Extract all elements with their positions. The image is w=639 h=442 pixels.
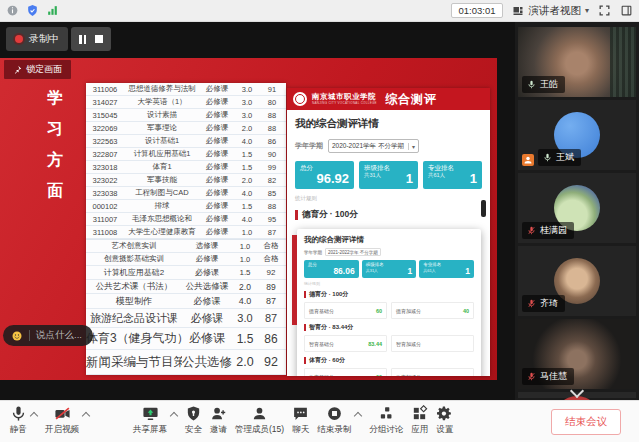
inner-stats-rules-link[interactable]: 统计规则: [304, 281, 474, 286]
toolbar-item-mic[interactable]: 静音: [10, 405, 37, 436]
participant-tile[interactable]: 齐琦: [518, 246, 636, 316]
eval-cell-label: 智育基础分: [309, 341, 334, 347]
pause-recording-icon[interactable]: [79, 35, 86, 44]
grade-row: 旅游纪念品设计课必修课3.087: [86, 309, 286, 328]
view-mode-selector[interactable]: 演讲者视图 ▾: [512, 4, 589, 18]
grade-cell: 大学生心理健康教育: [124, 227, 200, 237]
toolbar-item-shield[interactable]: 安全: [185, 405, 202, 436]
toolbar-item-members[interactable]: 管理成员(15): [235, 405, 284, 436]
settings-icon: [436, 405, 453, 422]
fullscreen-icon[interactable]: [598, 4, 611, 17]
scrollbar-thumb[interactable]: [481, 200, 486, 217]
participant-tile[interactable]: 马佳慧: [518, 319, 636, 389]
chevron-up-icon[interactable]: [354, 412, 362, 420]
grade-cell: 311006: [86, 85, 124, 94]
inner-term-select[interactable]: 2021-2022学年 不分学期: [325, 248, 381, 256]
eval-cell: 德育加减分40: [391, 302, 474, 319]
eval-cell-value: 83.44: [368, 341, 382, 347]
shield-icon: [185, 405, 202, 422]
grade-cell: 毛泽东思想概论和: [124, 214, 200, 224]
grade-cell: 选修课: [182, 241, 232, 251]
grade-cell: 86: [258, 332, 284, 346]
participant-tile[interactable]: 王皓: [518, 27, 636, 97]
record-dot-icon: [15, 35, 23, 43]
grade-cell: 必修课: [200, 149, 234, 159]
grade-cell: 必修课: [200, 97, 234, 107]
meeting-toolbar: 静音开启视频共享屏幕安全邀请管理成员(15)聊天结束录制分组讨论应用设置 结束会…: [0, 400, 639, 442]
grade-cell: 4.0: [232, 296, 258, 306]
smiley-icon[interactable]: [11, 330, 23, 342]
term-select[interactable]: 2020-2021学年 不分学期 ▾: [328, 139, 419, 153]
evaluation-web-page: 南京城市职业学院 NANJING CITY VOCATIONAL COLLEGE…: [287, 88, 490, 376]
network-signal-icon: [46, 4, 59, 17]
eval-section-heading: 智育分 · 83.44分: [304, 323, 474, 332]
apps-icon: [411, 405, 428, 422]
toolbar-item-stop-record[interactable]: 结束录制: [317, 405, 361, 436]
grade-cell: 85: [260, 189, 284, 198]
lock-view-label: 锁定画面: [26, 63, 62, 76]
grade-cell: 87: [258, 296, 284, 306]
score-card-value: 1: [406, 171, 413, 186]
toolbar-item-camera-off[interactable]: 开启视频: [45, 405, 89, 436]
recording-status: 录制中: [6, 27, 68, 51]
participant-tile[interactable]: 桂满园: [518, 173, 636, 243]
toolbar-item-settings[interactable]: 设置: [436, 405, 453, 436]
eval-section-title: 体育分 · 60分: [309, 356, 345, 365]
mic-muted-icon: [527, 226, 536, 235]
lock-view-badge[interactable]: 锁定画面: [4, 60, 71, 79]
stats-rules-link[interactable]: 统计规则: [295, 195, 482, 202]
meeting-stage: 录制中 锁定画面 学习方面 311006思想道德修养与法制必修课3.091314…: [0, 22, 639, 400]
stop-recording-icon[interactable]: [95, 35, 103, 43]
chevron-up-icon[interactable]: [82, 412, 90, 420]
section-heading: 德育分 · 100分: [295, 209, 482, 221]
grade-cell: 军事技能: [124, 175, 200, 185]
recording-controls: 录制中: [6, 27, 111, 51]
score-card-value: 86.06: [333, 266, 354, 276]
quick-chat-input[interactable]: 说点什么...: [3, 325, 93, 346]
grade-cell: 323018: [86, 163, 124, 172]
grade-cell: 新闻采编与节目策划: [86, 354, 182, 371]
grade-cell: 87: [260, 228, 284, 237]
college-name-en: NANJING CITY VOCATIONAL COLLEGE: [312, 102, 377, 105]
score-card: 班级排名共31人1: [362, 260, 417, 278]
grade-row: 322807计算机应用基础1必修课1.590: [86, 148, 286, 161]
toolbar-item-label: 邀请: [210, 424, 227, 436]
participant-tile[interactable]: [518, 392, 636, 398]
college-name: 南京城市职业学院: [312, 93, 377, 101]
end-meeting-button[interactable]: 结束会议: [551, 409, 621, 435]
toolbar-item-apps[interactable]: 应用: [411, 405, 428, 436]
grade-cell: 1.0: [232, 242, 258, 251]
chevron-up-icon[interactable]: [30, 412, 38, 420]
toolbar-item-share-screen[interactable]: 共享屏幕: [133, 405, 177, 436]
eval-cell-label: 体育基础分: [309, 374, 334, 377]
grade-cell: 必修课: [200, 227, 234, 237]
breakout-icon: [378, 405, 395, 422]
grade-cell: 思想道德修养与法制: [124, 84, 200, 94]
eval-section-title: 德育分 · 100分: [309, 290, 348, 299]
chat-icon: [292, 405, 309, 422]
grade-cell: 86: [260, 137, 284, 146]
info-icon[interactable]: [6, 4, 19, 17]
participant-name: 王斌: [556, 151, 574, 164]
inner-page-title: 我的综合测评详情: [304, 235, 474, 245]
side-panel-icon[interactable]: [620, 4, 633, 17]
toolbar-item-breakout[interactable]: 分组讨论: [369, 405, 403, 436]
grade-cell: 90: [260, 150, 284, 159]
shield-icon[interactable]: [26, 4, 39, 17]
grade-row: 创意摄影基础实训必修课1.0合格: [86, 253, 286, 266]
toolbar-item-invite[interactable]: 邀请: [210, 405, 227, 436]
participant-name-bar: 齐琦: [522, 295, 565, 312]
toolbar-item-label: 聊天: [292, 424, 309, 436]
toolbar-item-label: 应用: [411, 424, 428, 436]
grade-cell: 必修课: [182, 267, 232, 278]
grade-cell: 旅游纪念品设计课: [86, 311, 182, 326]
toolbar-items: 静音开启视频共享屏幕安全邀请管理成员(15)聊天结束录制分组讨论应用设置: [10, 405, 461, 436]
participant-tile[interactable]: 王斌: [518, 100, 636, 170]
score-card-label: 专业排名共61人: [423, 262, 441, 276]
chevron-up-icon[interactable]: [170, 412, 178, 420]
score-card-label: 专业排名共61人: [428, 164, 454, 186]
toolbar-item-chat[interactable]: 聊天: [292, 405, 309, 436]
grade-cell: 4.0: [234, 189, 260, 198]
participant-name-bar: 桂满园: [522, 222, 574, 239]
grade-cell: 公共选修课: [182, 354, 232, 371]
